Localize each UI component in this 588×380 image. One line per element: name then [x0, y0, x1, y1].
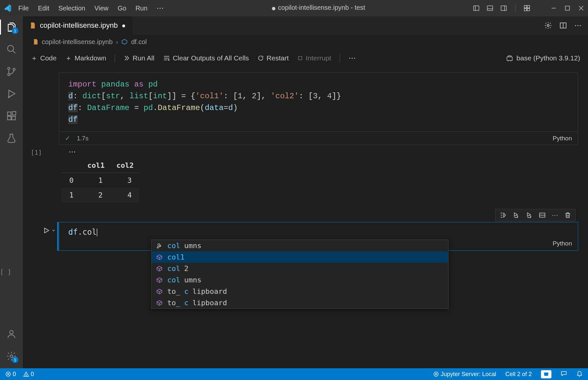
search-icon[interactable] [6, 44, 17, 55]
cell-language-label[interactable]: Python [553, 240, 572, 247]
svg-rect-23 [12, 112, 16, 115]
notifications-bell-icon[interactable] [576, 370, 583, 378]
svg-point-18 [13, 68, 15, 71]
editor-group: copilot-intellisense.ipynb ● ⋯ copilot-i… [23, 16, 588, 368]
cell-toolbar: ⋯ [495, 209, 576, 221]
feedback-icon[interactable] [561, 370, 567, 378]
svg-rect-37 [299, 56, 302, 60]
menu-run[interactable]: Run [136, 5, 148, 12]
breadcrumb-file[interactable]: copilot-intellisense.ipynb [42, 38, 113, 46]
svg-line-15 [13, 51, 15, 53]
settings-gear-icon[interactable]: 1 [6, 351, 17, 362]
svg-rect-7 [527, 6, 530, 8]
add-code-cell-button[interactable]: ＋Code [31, 54, 57, 63]
accounts-icon[interactable] [6, 328, 17, 340]
more-actions-icon[interactable]: ⋯ [574, 21, 581, 30]
code-editor-input[interactable]: df.col [59, 222, 578, 238]
svg-point-24 [10, 330, 13, 334]
intellisense-popup[interactable]: columnscol1col2columnsto_clipboardto_cli… [151, 240, 449, 309]
menubar: FileEditSelectionViewGoRun [18, 5, 147, 12]
svg-rect-39 [508, 56, 511, 57]
interrupt-kernel-button[interactable]: Interrupt [297, 54, 331, 62]
success-check-icon: ✓ [65, 135, 70, 142]
menu-selection[interactable]: Selection [58, 5, 85, 12]
tab-settings-gear-icon[interactable] [544, 22, 552, 29]
status-errors[interactable]: 0 [5, 371, 16, 378]
breadcrumb[interactable]: copilot-intellisense.ipynb › df.col [23, 35, 588, 49]
clear-outputs-button[interactable]: Clear Outputs of All Cells [163, 54, 249, 62]
layout-sidebar-right-icon[interactable] [500, 5, 507, 12]
delete-cell-icon[interactable] [564, 212, 571, 219]
window-title: ●copilot-intellisense.ipynb - test [164, 4, 473, 13]
breadcrumb-symbol[interactable]: df.col [131, 38, 147, 46]
svg-point-25 [10, 355, 13, 357]
restart-kernel-button[interactable]: Restart [257, 54, 289, 62]
status-bar: 0 0 Jupyter Server: Local Cell 2 of 2 [0, 368, 588, 380]
cell-language-label[interactable]: Python [553, 135, 572, 142]
svg-rect-11 [565, 6, 570, 10]
status-cell-position[interactable]: Cell 2 of 2 [505, 371, 532, 378]
svg-rect-26 [30, 24, 31, 24]
suggestion-item[interactable]: col2 [152, 263, 448, 274]
maximize-icon[interactable] [564, 5, 571, 12]
svg-point-19 [8, 96, 9, 98]
run-debug-icon[interactable] [6, 88, 17, 99]
active-code-cell[interactable]: df.col Python columnscol1col2columnsto_c… [59, 222, 578, 251]
suggestion-item[interactable]: to_clipboard [152, 297, 448, 309]
suggestion-item[interactable]: columns [152, 240, 448, 251]
dirty-dot-icon: ● [271, 4, 276, 12]
status-jupyter-server[interactable]: Jupyter Server: Local [433, 371, 496, 378]
menu-overflow-icon[interactable]: ⋯ [156, 4, 164, 12]
add-markdown-cell-button[interactable]: ＋Markdown [65, 54, 106, 63]
close-window-icon[interactable] [578, 5, 585, 12]
layout-sidebar-left-icon[interactable] [473, 5, 480, 12]
testing-icon[interactable] [6, 133, 17, 144]
svg-rect-9 [527, 8, 530, 11]
run-cell-button[interactable] [43, 227, 56, 234]
source-control-icon[interactable] [6, 66, 17, 77]
customize-layout-icon[interactable] [523, 5, 531, 12]
cell-exec-count: [ ] [0, 268, 11, 276]
toolbar-overflow-icon[interactable]: ⋯ [349, 54, 356, 62]
settings-badge: 1 [12, 356, 18, 363]
svg-rect-6 [524, 6, 527, 8]
run-by-line-icon[interactable] [499, 212, 507, 219]
tab-filename: copilot-intellisense.ipynb [40, 21, 118, 30]
execute-above-icon[interactable] [513, 212, 520, 219]
explorer-icon[interactable]: 1 [6, 22, 17, 33]
explorer-badge: 1 [12, 27, 18, 34]
extensions-icon[interactable] [6, 110, 17, 121]
layout-panel-icon[interactable] [486, 5, 494, 12]
activity-bar: 1 1 [0, 16, 23, 368]
svg-rect-21 [8, 116, 11, 120]
kernel-selector[interactable]: base (Python 3.9.12) [506, 54, 580, 62]
output-dataframe-table: col1col2013124 [61, 158, 139, 202]
editor-tab[interactable]: copilot-intellisense.ipynb ● [23, 16, 132, 35]
menu-file[interactable]: File [18, 5, 29, 12]
menu-view[interactable]: View [94, 5, 108, 12]
minimize-icon[interactable] [550, 5, 557, 12]
svg-point-50 [26, 375, 26, 376]
suggestion-item[interactable]: columns [152, 274, 448, 286]
run-all-button[interactable]: Run All [123, 54, 155, 62]
svg-rect-28 [30, 26, 31, 27]
menu-edit[interactable]: Edit [38, 5, 49, 12]
cell-more-icon[interactable]: ⋯ [552, 211, 558, 219]
suggestion-item[interactable]: col1 [152, 251, 448, 263]
code-cell-editor[interactable]: import pandas as pd d: dict[str, list[in… [59, 72, 578, 132]
suggestion-item[interactable]: to_clipboard [152, 286, 448, 297]
execute-below-icon[interactable] [526, 212, 533, 219]
copilot-status-icon[interactable] [541, 370, 551, 378]
svg-rect-4 [501, 6, 507, 11]
chevron-right-icon: › [116, 38, 118, 46]
svg-rect-2 [487, 6, 493, 11]
menu-go[interactable]: Go [118, 5, 126, 12]
status-warnings[interactable]: 0 [23, 371, 34, 378]
split-editor-icon[interactable] [559, 22, 567, 29]
svg-rect-20 [8, 112, 11, 116]
split-cell-icon[interactable] [539, 212, 546, 219]
svg-rect-0 [474, 6, 479, 11]
cell-output-more-icon[interactable]: ⋯ [69, 148, 578, 156]
notebook-toolbar: ＋Code ＋Markdown Run All Clear Outputs of… [23, 49, 588, 67]
svg-point-29 [547, 24, 549, 26]
